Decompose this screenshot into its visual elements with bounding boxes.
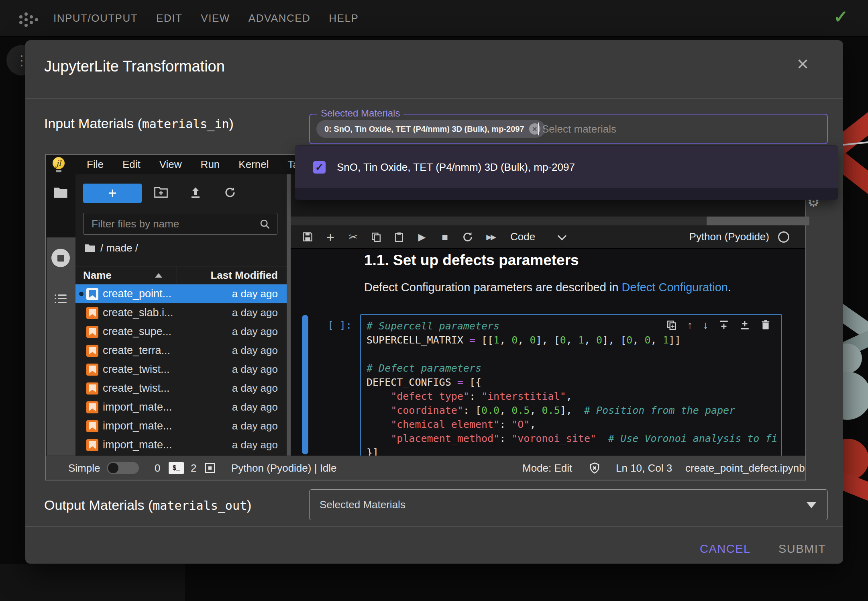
insert-cell-below-icon[interactable]: [740, 320, 750, 330]
menu-view[interactable]: VIEW: [201, 12, 230, 25]
file-row[interactable]: create_twist...a day ago: [75, 379, 287, 398]
column-name[interactable]: Name: [83, 269, 112, 282]
restart-kernel-icon[interactable]: [462, 231, 474, 243]
cell-type-select[interactable]: Code: [510, 231, 535, 243]
simple-mode-toggle[interactable]: [107, 456, 139, 480]
file-modified: a day ago: [232, 439, 278, 451]
kernel-name[interactable]: Python (Pyodide): [689, 231, 769, 243]
notebook-file-icon: [86, 288, 98, 300]
list-icon: [55, 294, 67, 304]
kernels-count: 2: [191, 456, 196, 480]
menu-edit[interactable]: EDIT: [156, 12, 182, 25]
new-launcher-button[interactable]: +: [83, 184, 142, 203]
upload-icon[interactable]: [189, 186, 202, 198]
column-last-modified[interactable]: Last Modified: [210, 269, 278, 282]
file-modified: a day ago: [232, 420, 278, 432]
paste-cells-icon[interactable]: [393, 232, 405, 242]
file-name: create_twist...: [103, 363, 170, 376]
code-line: DEFECT_CONFIGS = [{: [367, 375, 781, 389]
file-name: import_mate...: [103, 420, 172, 432]
material-option[interactable]: ✓ SnO, Tin Oxide, TET (P4/nmm) 3D (Bulk)…: [295, 146, 838, 188]
file-row[interactable]: create_twist...a day ago: [75, 360, 287, 379]
code-cell[interactable]: # Supercell parametersSUPERCELL_MATRIX =…: [360, 314, 782, 456]
breadcrumb-path: / made /: [100, 242, 138, 254]
duplicate-cell-icon[interactable]: [666, 320, 677, 330]
delete-cell-icon[interactable]: [760, 320, 771, 330]
file-row[interactable]: create_supe...a day ago: [75, 322, 287, 341]
app-logo-icon[interactable]: [19, 10, 39, 27]
move-cell-up-icon[interactable]: ↑: [687, 320, 693, 330]
kernel-status-text[interactable]: Python (Pyodide) | Idle: [231, 456, 337, 480]
divider: [25, 98, 843, 99]
restart-run-all-icon[interactable]: ▶▶: [485, 233, 497, 241]
cpu-chip-icon[interactable]: [205, 456, 215, 480]
filter-files-input[interactable]: [84, 213, 277, 234]
close-icon[interactable]: ×: [797, 54, 809, 74]
terminal-icon[interactable]: $_: [169, 456, 184, 480]
file-name: create_terra...: [103, 344, 170, 357]
file-name: import_mate...: [103, 401, 172, 413]
notebook-file-icon: [86, 307, 98, 319]
breadcrumb[interactable]: / made /: [84, 242, 138, 254]
jlab-menu-file[interactable]: File: [87, 158, 104, 171]
cell-prompt: [ ]:: [328, 319, 352, 331]
save-icon[interactable]: [302, 231, 314, 242]
file-list: create_point...a day agocreate_slab.i...…: [75, 284, 287, 456]
submit-button[interactable]: SUBMIT: [771, 538, 833, 560]
cancel-button[interactable]: CANCEL: [693, 538, 758, 560]
menu-advanced[interactable]: ADVANCED: [249, 12, 311, 25]
background-panel: [0, 564, 185, 601]
mode-indicator: Mode: Edit: [522, 456, 572, 480]
file-modified: a day ago: [232, 363, 278, 376]
kernel-status-icon[interactable]: [778, 231, 789, 243]
shield-x-icon[interactable]: [589, 456, 601, 480]
notebook-file-icon: [86, 345, 98, 357]
jlab-menu-edit[interactable]: Edit: [122, 158, 141, 171]
material-chip[interactable]: 0: SnO, Tin Oxide, TET (P4/nmm) 3D (Bulk…: [316, 120, 545, 138]
jlab-menu-view[interactable]: View: [159, 158, 182, 171]
defect-configuration-link[interactable]: Defect Configuration: [622, 281, 728, 294]
table-of-contents-tab[interactable]: [46, 294, 75, 304]
file-browser-panel: + / made / Name: [75, 174, 287, 456]
cursor-position[interactable]: Ln 10, Col 3: [616, 456, 672, 480]
notebook-tabbar: [291, 217, 805, 225]
notebook-paragraph: Defect Configuration parameters are desc…: [364, 281, 731, 294]
jlab-menu-run[interactable]: Run: [201, 158, 220, 171]
jlab-menu-kernel[interactable]: Kernel: [238, 158, 269, 171]
cut-cells-icon[interactable]: ✂: [347, 232, 359, 242]
stop-kernel-icon[interactable]: ■: [439, 232, 451, 242]
file-row[interactable]: create_slab.i...a day ago: [75, 303, 287, 322]
output-materials-dropdown[interactable]: Selected Materials: [309, 489, 828, 520]
file-name: import_mate...: [103, 439, 172, 451]
checkbox-checked-icon[interactable]: ✓: [313, 161, 326, 174]
material-chip-label: 0: SnO, Tin Oxide, TET (P4/nmm) 3D (Bulk…: [324, 125, 524, 134]
file-row[interactable]: create_point...a day ago: [75, 284, 287, 303]
copy-cells-icon[interactable]: [370, 232, 382, 242]
active-filename: create_point_defect.ipynb: [685, 456, 805, 480]
notebook-file-icon: [86, 420, 98, 432]
check-icon[interactable]: ✓: [833, 6, 848, 27]
file-row[interactable]: import_mate...a day ago: [75, 398, 287, 417]
move-cell-down-icon[interactable]: ↓: [703, 320, 708, 330]
chevron-down-icon[interactable]: [558, 231, 567, 240]
file-row[interactable]: import_mate...a day ago: [75, 417, 287, 435]
new-folder-icon[interactable]: [154, 186, 168, 198]
active-cell-collapser[interactable]: [302, 315, 308, 454]
menu-input-output[interactable]: INPUT/OUTPUT: [53, 12, 138, 25]
running-kernels-tab[interactable]: [46, 249, 75, 267]
panel-splitter[interactable]: [287, 174, 291, 456]
file-modified: a day ago: [232, 288, 278, 300]
file-row[interactable]: create_terra...a day ago: [75, 341, 287, 360]
sort-asc-icon: [155, 273, 162, 278]
run-cell-icon[interactable]: ▶: [416, 232, 428, 242]
crystal-structure-viewer: [842, 92, 868, 518]
notebook-toolbar: + ✂ ▶ ■ ▶▶ Code Python (: [291, 225, 805, 249]
refresh-icon[interactable]: [224, 186, 236, 198]
menu-help[interactable]: HELP: [329, 12, 359, 25]
file-browser-tab[interactable]: [46, 186, 75, 198]
file-modified: a day ago: [232, 307, 278, 319]
file-row[interactable]: import_mate...a day ago: [75, 435, 287, 454]
insert-cell-icon[interactable]: +: [324, 230, 336, 244]
insert-cell-above-icon[interactable]: [719, 320, 729, 330]
text-caret: [538, 123, 539, 135]
